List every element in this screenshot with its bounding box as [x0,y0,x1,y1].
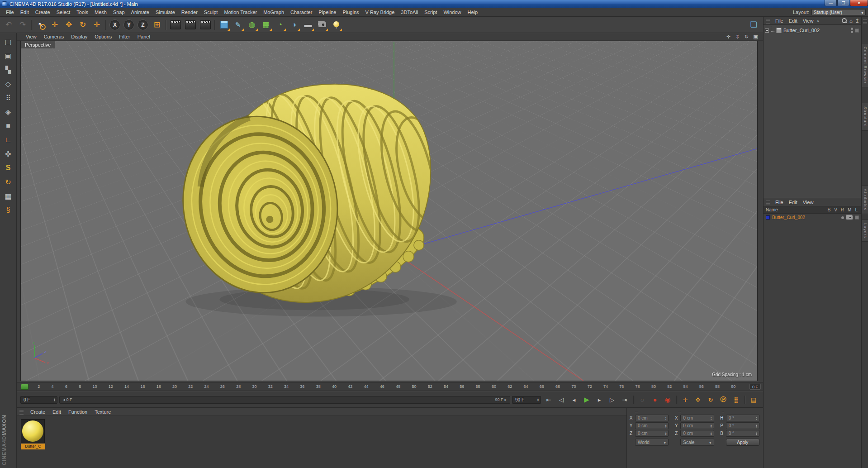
move-tool-button[interactable]: ✛ [48,18,62,32]
menu-item[interactable]: Plugins [339,9,362,16]
layer-row[interactable]: Butter_Curl_002 [764,214,861,221]
panel-grip[interactable] [766,18,770,24]
record-position-button[interactable]: ✛ [679,394,691,405]
scale-tool-button[interactable]: ✥ [62,18,76,32]
menu-item[interactable]: Render [178,9,201,16]
object-manager[interactable]: Butter_Curl_002 [764,25,861,198]
menu-item[interactable]: Pipeline [315,9,339,16]
panel-grip[interactable] [766,200,770,205]
viewport-menu-item[interactable]: Display [67,34,91,39]
tab-content-browser[interactable]: Content Browser [862,43,868,87]
add-primitive-button[interactable] [217,18,231,32]
add-deformer-button[interactable]: ◑ [287,18,301,32]
solo-dot-icon[interactable] [841,216,844,219]
add-camera-button[interactable] [315,18,329,32]
lock-state-icon[interactable] [855,215,859,220]
record-pla-button[interactable]: ⣿ [730,394,742,405]
add-array-button[interactable]: ▦ [259,18,273,32]
texture-mode-button[interactable]: ▚ [2,63,14,76]
close-button[interactable]: ✕ [850,0,868,6]
home-icon[interactable]: ⌂ [849,18,853,24]
strip-grip[interactable] [863,19,867,24]
perspective-viewport[interactable]: Perspective Grid Spacing : 1 cm Y X Z [20,41,758,381]
quantize-button[interactable]: § [2,204,14,216]
layer-manager-menu-item[interactable]: Edit [786,200,800,205]
next-key-button[interactable]: ▷ [606,394,618,405]
prev-frame-button[interactable]: ◂ [568,394,580,405]
layer-name[interactable]: Butter_Curl_002 [772,215,805,220]
menu-item[interactable]: File [3,9,17,16]
playback-options-button[interactable]: ▤ [748,394,759,405]
position-x-field[interactable]: 0 cm▲▼ [635,415,669,421]
rotation-h-field[interactable]: 0 °▲▼ [726,415,759,421]
menu-item[interactable]: Tools [73,9,91,16]
menu-item[interactable]: MoGraph [260,9,287,16]
end-frame-field[interactable]: 90 F ▲▼ [512,396,541,404]
add-subdivision-surface-button[interactable]: ◍ [245,18,259,32]
camera-icon[interactable] [846,215,853,220]
menu-item[interactable]: Animate [128,9,152,16]
zoom-view-icon[interactable]: ⇕ [734,33,741,40]
tab-attributes[interactable]: Attributes [862,185,868,214]
workplane-mode-button[interactable]: ◇ [2,77,14,90]
menu-item[interactable]: Edit [17,9,32,16]
display-state-icon[interactable] [855,29,859,33]
material-menu-item[interactable]: Texture [91,409,114,415]
visibility-dots-icon[interactable] [851,28,853,33]
model-mode-button[interactable]: ▣ [2,49,14,62]
redo-button[interactable]: ↷ [16,18,29,32]
layout-palette-button[interactable]: ❏ [747,18,760,32]
keyframe-selection-button[interactable]: ◌ [636,394,648,405]
toggle-view-icon[interactable]: ▣ [752,33,759,40]
last-used-tool-button[interactable]: ✛ [90,18,104,32]
size-y-field[interactable]: 0 cm▲▼ [680,422,714,429]
coordinate-system-button[interactable]: ⊞ [150,18,164,32]
stepper-icon[interactable]: ▲▼ [53,398,56,401]
size-x-field[interactable]: 0 cm▲▼ [680,415,714,421]
next-frame-button[interactable]: ▸ [593,394,605,405]
cube-object-icon[interactable] [776,28,782,33]
workplane-snap-button[interactable]: ↻ [2,176,14,188]
prev-key-button[interactable]: ◁ [555,394,567,405]
viewport-menu-item[interactable]: View [22,34,40,39]
menu-item[interactable]: Help [465,9,481,16]
record-parameter-button[interactable]: Ⓟ [717,394,729,405]
record-rotation-button[interactable]: ↻ [705,394,716,405]
tweak-mode-button[interactable]: ✜ [2,148,14,160]
rotate-tool-button[interactable]: ↻ [76,18,90,32]
live-selection-button[interactable]: ↖ [34,18,47,32]
tab-structure[interactable]: Structure [862,103,868,131]
menu-item[interactable]: Snap [110,9,128,16]
lock-z-axis-button[interactable]: Z [138,19,148,30]
menu-item[interactable]: Sculpt [201,9,221,16]
object-manager-menu-item[interactable]: View [800,18,816,24]
menu-overflow-icon[interactable]: ▸ [816,19,821,23]
rotate-view-icon[interactable]: ↻ [743,33,750,40]
current-frame-field[interactable]: 0 F ▲▼ [20,396,57,404]
viewport-menu-item[interactable]: Cameras [40,34,68,39]
record-keyframe-button[interactable]: ● [649,394,661,405]
undo-button[interactable]: ↶ [2,18,15,32]
rotation-b-field[interactable]: 0 °▲▼ [726,430,759,437]
material-item[interactable]: Butter_C [21,419,45,449]
goto-end-button[interactable]: ⇥ [619,394,631,405]
menu-item[interactable]: Motion Tracker [221,9,260,16]
viewport-menu-item[interactable]: Panel [134,34,154,39]
scale-dropdown[interactable]: Scale▾ [680,439,714,446]
menu-item[interactable]: Mesh [91,9,110,16]
object-name[interactable]: Butter_Curl_002 [783,28,820,33]
add-light-button[interactable] [329,18,343,32]
add-environment-button[interactable]: ▬ [301,18,315,32]
path-up-icon[interactable]: ↥ [855,18,859,24]
render-settings-button[interactable] [199,18,212,32]
rotation-p-field[interactable]: 0 °▲▼ [726,422,759,429]
add-spline-button[interactable]: ✎ [231,18,245,32]
viewport-label[interactable]: Perspective [21,41,55,48]
current-frame-marker[interactable] [21,384,28,390]
render-view-button[interactable] [169,18,182,32]
snap-toggle-button[interactable]: S [2,162,14,174]
add-generator-button[interactable]: ◔ [273,18,287,32]
layer-color-chip[interactable] [766,215,770,220]
menu-item[interactable]: Simulate [152,9,178,16]
tab-layers[interactable]: Layers [862,220,868,242]
